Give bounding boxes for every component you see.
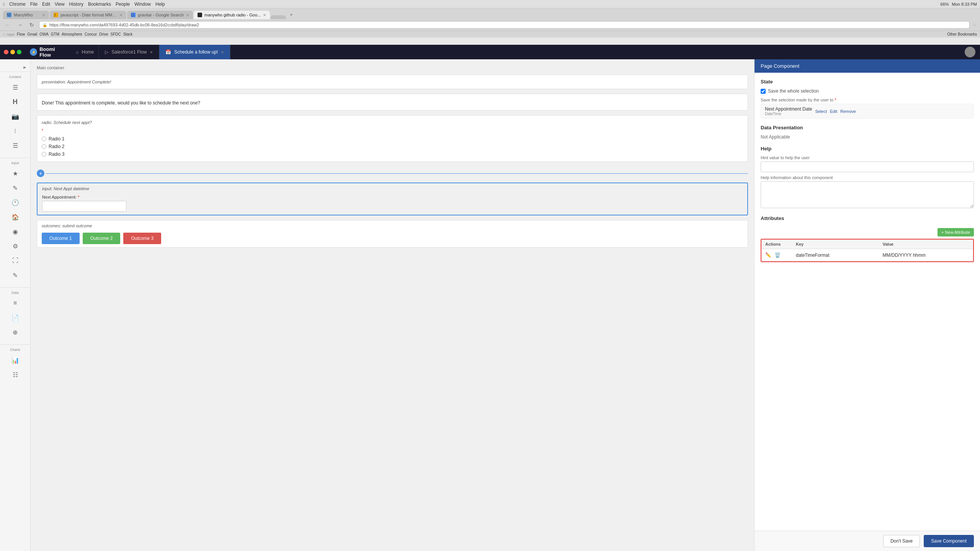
forward-button[interactable]: → xyxy=(15,21,24,29)
edit-link[interactable]: Edit xyxy=(830,109,837,114)
help-info-textarea[interactable] xyxy=(761,181,974,208)
minimize-window-button[interactable] xyxy=(10,50,15,54)
apple-menu[interactable]:  xyxy=(3,2,5,7)
browser-tab-manywho-github[interactable]: M manywho github radio - Goo... ✕ xyxy=(194,11,270,19)
radio-item-3[interactable]: Radio 3 xyxy=(42,152,743,157)
bookmarks-menu[interactable]: Bookmarks xyxy=(88,2,111,7)
content-icon-1[interactable]: ☰ xyxy=(9,81,21,93)
tab-salesforce[interactable]: ▷ Salesforce1 Flow ✕ xyxy=(99,45,159,59)
content-icon-nav[interactable]: ☰ xyxy=(9,139,21,152)
next-appointment-input[interactable] xyxy=(42,201,126,212)
input-icon-4[interactable]: 🏠 xyxy=(9,211,21,223)
input-icon-7[interactable]: ⛶ xyxy=(9,254,21,267)
schedule-icon: 📅 xyxy=(165,49,171,55)
dont-save-button[interactable]: Don't Save xyxy=(883,535,920,547)
radio-item-2[interactable]: Radio 2 xyxy=(42,144,743,149)
tab-schedule[interactable]: 📅 Schedule a follow up! ✕ xyxy=(159,45,230,59)
data-icon-1[interactable]: ≡ xyxy=(9,297,21,309)
radio-input-2[interactable] xyxy=(42,144,46,149)
window-menu[interactable]: Window xyxy=(134,2,151,7)
bookmark-gtm[interactable]: GTM xyxy=(51,32,59,36)
input-icon-5[interactable]: ◉ xyxy=(9,225,21,238)
collapse-control[interactable]: ► xyxy=(0,63,30,72)
view-menu[interactable]: View xyxy=(55,2,65,7)
tab-favicon: G xyxy=(131,13,136,17)
save-component-button[interactable]: Save Component xyxy=(924,535,974,547)
input-icon-3[interactable]: 🕚 xyxy=(9,196,21,209)
delete-attribute-icon[interactable]: 🗑️ xyxy=(774,252,781,258)
radio-input-3[interactable] xyxy=(42,152,46,156)
help-menu[interactable]: Help xyxy=(155,2,165,7)
tab-close-icon[interactable]: ✕ xyxy=(119,13,122,17)
input-icons: ★ ✎ 🕚 🏠 ◉ ⚙ ⛶ ✎ xyxy=(9,167,21,281)
people-menu[interactable]: People xyxy=(116,2,130,7)
input-datetime-section[interactable]: input: Next Appt datetime Next Appointme… xyxy=(37,183,748,215)
data-icon-3[interactable]: ⊕ xyxy=(9,326,21,338)
bookmark-owa[interactable]: OWA xyxy=(39,32,49,36)
new-attribute-bar: + New Attribute xyxy=(761,228,974,236)
salesforce-tab-close[interactable]: ✕ xyxy=(150,50,153,54)
radio-item-1[interactable]: Radio 1 xyxy=(42,136,743,142)
hint-input[interactable] xyxy=(761,161,974,172)
browser-tab-dateformat[interactable]: J javascript - Date format MMM... ✕ xyxy=(50,11,126,19)
bookmark-atmosphere[interactable]: Atmosphere xyxy=(62,32,82,36)
other-bookmarks[interactable]: Other Bookmarks xyxy=(947,32,977,36)
browser-tab-manywho[interactable]: M ManyWho ✕ xyxy=(3,11,49,19)
input-icon-8[interactable]: ✎ xyxy=(9,269,21,281)
left-section-charts: Charts 📊 ☷ xyxy=(0,344,30,384)
outcome-2-button[interactable]: Outcome 2 xyxy=(83,233,121,244)
save-whole-selection-row[interactable]: Save the whole selection xyxy=(761,88,974,94)
edit-attribute-icon[interactable]: ✏️ xyxy=(765,252,771,258)
browser-tab-blank[interactable] xyxy=(271,15,286,19)
schedule-tab-close[interactable]: ✕ xyxy=(221,50,224,54)
data-icon-2[interactable]: 📄 xyxy=(9,311,21,324)
back-button[interactable]: ← xyxy=(3,21,12,29)
presentation-section[interactable]: presentation: Appointment Complete! xyxy=(37,75,748,89)
outcome-1-button[interactable]: Outcome 1 xyxy=(42,233,80,244)
content-icon-list[interactable]: ⁝ xyxy=(9,125,21,137)
outcome-3-button[interactable]: Outcome 3 xyxy=(123,233,161,244)
chart-icon-2[interactable]: ☷ xyxy=(9,368,21,381)
bookmark-slack[interactable]: Slack xyxy=(123,32,132,36)
star-icon[interactable]: ☆ xyxy=(973,22,977,28)
chart-icon-1[interactable]: 📊 xyxy=(9,354,21,366)
radio-section[interactable]: radio: Schedule next appt? * Radio 1 Rad… xyxy=(37,115,748,162)
content-icon-image[interactable]: 📷 xyxy=(9,110,21,122)
input-icon-1[interactable]: ★ xyxy=(9,167,21,179)
close-window-button[interactable] xyxy=(4,50,8,54)
refresh-button[interactable]: ↻ xyxy=(28,21,36,29)
bookmark-concur[interactable]: Concur xyxy=(85,32,97,36)
remove-link[interactable]: Remove xyxy=(840,109,856,114)
address-input[interactable]: 🔒 https://flow.manywho.com/da497693-4d02… xyxy=(39,21,970,29)
add-component-button[interactable]: + xyxy=(37,170,44,177)
history-menu[interactable]: History xyxy=(69,2,83,7)
bookmark-gmail[interactable]: Gmail xyxy=(27,32,37,36)
new-attribute-button[interactable]: + New Attribute xyxy=(938,228,974,236)
bookmark-flow[interactable]: Flow xyxy=(17,32,25,36)
maximize-window-button[interactable] xyxy=(17,50,21,54)
input-icon-2[interactable]: ✎ xyxy=(9,182,21,194)
save-whole-selection-checkbox[interactable] xyxy=(761,89,766,94)
browser-tab-gravitar[interactable]: G gravitar - Google Search ✕ xyxy=(127,11,193,19)
file-menu[interactable]: File xyxy=(30,2,38,7)
input-icon-6[interactable]: ⚙ xyxy=(9,240,21,252)
user-avatar[interactable] xyxy=(965,47,975,57)
tab-home[interactable]: ⌂ Home xyxy=(71,45,99,59)
app-logo: ⚡ Boomi Flow xyxy=(25,46,71,58)
content-icon-2[interactable]: H xyxy=(9,96,21,108)
new-tab-button[interactable]: + xyxy=(287,11,296,19)
edit-menu[interactable]: Edit xyxy=(42,2,50,7)
bookmark-drive[interactable]: Drive xyxy=(99,32,108,36)
value-column-header: Value xyxy=(883,242,970,246)
tab-close-icon[interactable]: ✕ xyxy=(186,13,189,17)
radio-input-1[interactable] xyxy=(42,137,46,141)
tab-close-icon[interactable]: ✕ xyxy=(263,13,266,17)
bookmark-sfdc[interactable]: SFDC xyxy=(111,32,121,36)
state-title: State xyxy=(761,79,974,85)
app-header: ⚡ Boomi Flow ⌂ Home ▷ Salesforce1 Flow ✕… xyxy=(0,45,980,59)
attributes-header: Attributes xyxy=(761,215,974,225)
tab-close-icon[interactable]: ✕ xyxy=(42,13,45,17)
chrome-menu[interactable]: Chrome xyxy=(9,2,26,7)
collapse-icon[interactable]: ► xyxy=(23,65,27,70)
select-link[interactable]: Select xyxy=(815,109,827,114)
